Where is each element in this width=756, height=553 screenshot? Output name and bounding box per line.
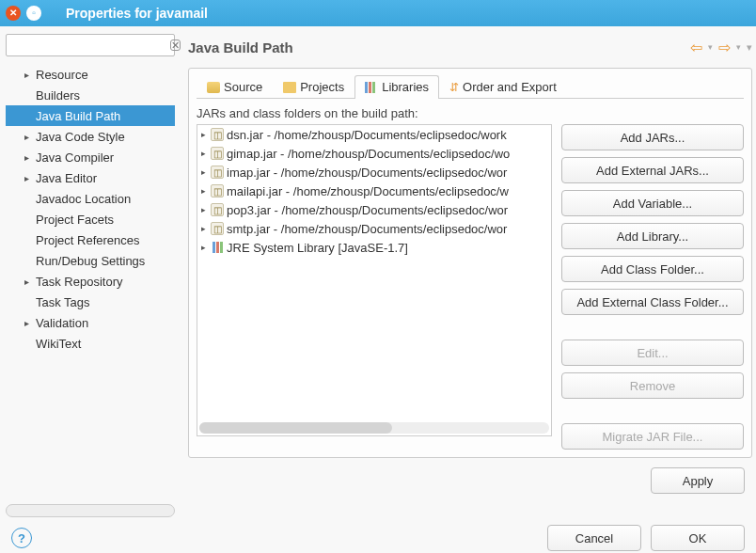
tree-expand-icon[interactable]: ▸: [24, 276, 36, 287]
libraries-icon: [365, 82, 378, 93]
migrate-jar-button[interactable]: Migrate JAR File...: [561, 423, 744, 450]
sidebar-item-java-editor[interactable]: ▸Java Editor: [6, 167, 175, 188]
filter-input[interactable]: [12, 39, 170, 53]
tab-libraries[interactable]: Libraries: [354, 75, 439, 99]
tab-label: Projects: [300, 80, 344, 94]
category-tree: ▸ResourceBuildersJava Build Path▸Java Co…: [6, 64, 175, 498]
add-library-button[interactable]: Add Library...: [561, 223, 744, 249]
jar-file-icon: ◫: [211, 222, 224, 235]
jar-list-item[interactable]: ▸◫dsn.jar - /home/zhousp/Documents/eclip…: [197, 125, 551, 144]
nav-menu-icon[interactable]: ▾: [747, 41, 752, 54]
jar-list-item[interactable]: ▸◫pop3.jar - /home/zhousp/Documents/ecli…: [197, 200, 551, 219]
sidebar-item-java-build-path[interactable]: Java Build Path: [6, 105, 175, 126]
window-close-button[interactable]: ✕: [6, 6, 21, 21]
sidebar-item-project-references[interactable]: Project References: [6, 229, 175, 250]
tree-expand-icon[interactable]: ▸: [201, 167, 211, 177]
jar-file-icon: ◫: [211, 147, 224, 160]
jre-library-icon: [211, 241, 224, 254]
window-title: Properties for javamail: [66, 6, 208, 21]
sidebar-item-validation[interactable]: ▸Validation: [6, 312, 175, 333]
sidebar-item-java-code-style[interactable]: ▸Java Code Style: [6, 126, 175, 147]
sidebar-item-label: Java Compiler: [36, 150, 114, 165]
sidebar-item-label: Project Facets: [36, 213, 114, 227]
jar-list-item[interactable]: ▸◫gimap.jar - /home/zhousp/Documents/ecl…: [197, 144, 551, 163]
add-external-class-folder-button[interactable]: Add External Class Folder...: [561, 289, 744, 315]
tree-expand-icon[interactable]: ▸: [24, 70, 36, 80]
jar-list-scrollbar[interactable]: [199, 422, 549, 434]
edit-button[interactable]: Edit...: [561, 340, 744, 366]
projects-icon: [283, 82, 296, 93]
jar-file-icon: ◫: [211, 166, 224, 179]
sidebar-item-label: Resource: [36, 68, 88, 82]
ok-button[interactable]: OK: [651, 525, 745, 551]
tab-order-and-export[interactable]: ⇵Order and Export: [439, 75, 567, 99]
tab-label: Source: [224, 80, 262, 94]
tree-expand-icon[interactable]: ▸: [201, 224, 211, 233]
jar-list-item[interactable]: ▸JRE System Library [JavaSE-1.7]: [197, 238, 551, 257]
sidebar-item-task-tags[interactable]: Task Tags: [6, 292, 175, 312]
tree-expand-icon[interactable]: ▸: [201, 186, 211, 196]
tab-projects[interactable]: Projects: [273, 75, 354, 99]
titlebar: ✕ ▫ Properties for javamail: [0, 0, 756, 26]
tree-expand-icon[interactable]: ▸: [24, 152, 36, 163]
sidebar-item-run-debug-settings[interactable]: Run/Debug Settings: [6, 250, 175, 271]
page-title: Java Build Path: [188, 40, 690, 55]
button-column: Add JARs... Add External JARs... Add Var…: [561, 124, 744, 450]
tree-expand-icon[interactable]: ▸: [24, 132, 36, 142]
tab-label: Order and Export: [463, 80, 557, 94]
sidebar-item-label: Validation: [36, 316, 88, 330]
jar-item-label: imap.jar - /home/zhousp/Documents/eclips…: [227, 166, 507, 180]
jar-file-icon: ◫: [211, 203, 224, 216]
tab-source[interactable]: Source: [197, 75, 273, 99]
nav-arrows: ⇦▾ ⇨▾ ▾: [690, 39, 752, 56]
sidebar-item-label: Java Build Path: [36, 109, 120, 123]
tree-expand-icon[interactable]: ▸: [201, 243, 211, 252]
sidebar-scrollbar[interactable]: [6, 504, 175, 517]
source-icon: [207, 82, 220, 93]
sidebar-item-label: Builders: [36, 88, 80, 103]
sidebar-item-wikitext[interactable]: WikiText: [6, 333, 175, 354]
add-jars-button[interactable]: Add JARs...: [561, 124, 744, 150]
tree-expand-icon[interactable]: ▸: [201, 205, 211, 214]
sidebar-item-label: Run/Debug Settings: [36, 254, 145, 268]
jar-item-label: dsn.jar - /home/zhousp/Documents/eclipse…: [227, 128, 507, 142]
jar-item-label: pop3.jar - /home/zhousp/Documents/eclips…: [227, 203, 508, 217]
tab-label: Libraries: [382, 80, 429, 94]
jar-list-item[interactable]: ▸◫smtp.jar - /home/zhousp/Documents/ecli…: [197, 219, 551, 238]
remove-button[interactable]: Remove: [561, 372, 744, 399]
sidebar-item-label: Java Code Style: [36, 130, 125, 144]
sidebar-item-builders[interactable]: Builders: [6, 85, 175, 105]
sidebar-item-java-compiler[interactable]: ▸Java Compiler: [6, 147, 175, 167]
nav-forward-icon[interactable]: ⇨: [718, 39, 731, 56]
jar-file-icon: ◫: [211, 184, 224, 198]
order-export-icon: ⇵: [449, 81, 459, 94]
nav-back-menu[interactable]: ▾: [708, 42, 713, 52]
nav-forward-menu[interactable]: ▾: [736, 42, 741, 52]
footer: ? Cancel OK: [0, 517, 756, 553]
add-external-jars-button[interactable]: Add External JARs...: [561, 157, 744, 183]
cancel-button[interactable]: Cancel: [547, 525, 641, 551]
jar-list[interactable]: ▸◫dsn.jar - /home/zhousp/Documents/eclip…: [197, 124, 552, 436]
jar-item-label: mailapi.jar - /home/zhousp/Documents/ecl…: [227, 184, 509, 198]
sidebar-item-resource[interactable]: ▸Resource: [6, 64, 175, 85]
sidebar-item-project-facets[interactable]: Project Facets: [6, 209, 175, 229]
content-panel: SourceProjectsLibraries⇵Order and Export…: [188, 68, 752, 458]
add-class-folder-button[interactable]: Add Class Folder...: [561, 256, 744, 282]
tree-expand-icon[interactable]: ▸: [24, 318, 36, 328]
sidebar-item-javadoc-location[interactable]: Javadoc Location: [6, 188, 175, 209]
jar-item-label: smtp.jar - /home/zhousp/Documents/eclips…: [227, 222, 507, 236]
tree-expand-icon[interactable]: ▸: [24, 173, 36, 183]
sidebar-item-label: Task Tags: [36, 295, 90, 309]
filter-box[interactable]: ✕: [6, 34, 175, 56]
tree-expand-icon[interactable]: ▸: [201, 130, 211, 139]
apply-button[interactable]: Apply: [651, 467, 745, 494]
add-variable-button[interactable]: Add Variable...: [561, 190, 744, 216]
tree-expand-icon[interactable]: ▸: [201, 149, 211, 158]
jar-list-item[interactable]: ▸◫imap.jar - /home/zhousp/Documents/ecli…: [197, 163, 551, 182]
jar-list-item[interactable]: ▸◫mailapi.jar - /home/zhousp/Documents/e…: [197, 182, 551, 200]
nav-back-icon[interactable]: ⇦: [690, 39, 702, 56]
help-icon[interactable]: ?: [11, 528, 32, 548]
tab-bar: SourceProjectsLibraries⇵Order and Export: [197, 74, 744, 99]
window-minimize-button[interactable]: ▫: [26, 6, 41, 21]
sidebar-item-task-repository[interactable]: ▸Task Repository: [6, 271, 175, 292]
